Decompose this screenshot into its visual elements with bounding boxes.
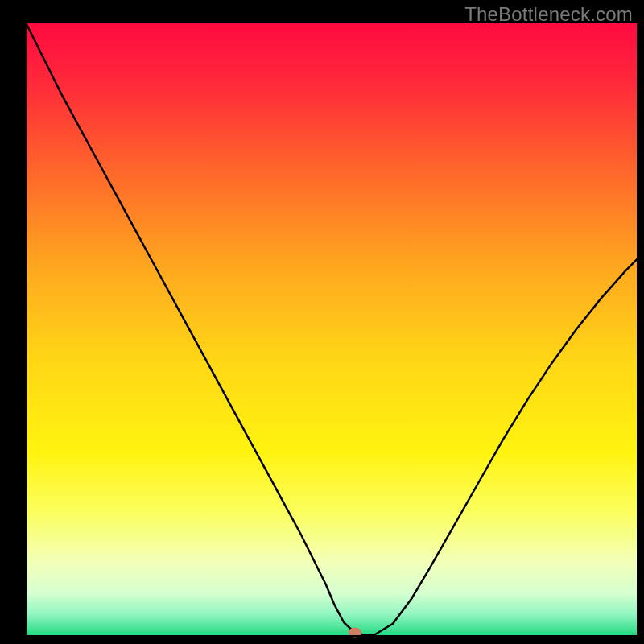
plot-background [26, 23, 638, 636]
chart-svg [0, 0, 644, 644]
watermark-text: TheBottleneck.com [464, 3, 633, 26]
bottleneck-chart [0, 0, 644, 644]
